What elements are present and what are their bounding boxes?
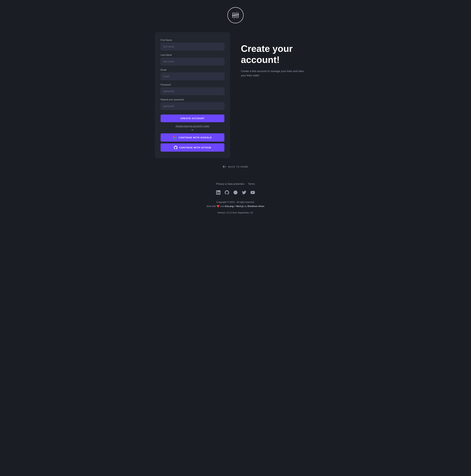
email-input[interactable] <box>161 73 224 80</box>
logo-icon <box>231 11 240 20</box>
last-name-label: Last Name <box>161 53 224 56</box>
footer-links: Privacy & Data protection Terms <box>216 183 255 185</box>
footer-version: Version: 0.2.0 from September, 23. <box>218 211 253 214</box>
copyright-text: Copyright © 2023 - All right reserved. <box>207 200 264 204</box>
youtube-icon[interactable] <box>251 190 255 195</box>
logo <box>227 7 244 23</box>
password-label: Password <box>161 83 224 86</box>
first-name-group: First Name <box>161 39 224 50</box>
last-name-group: Last Name <box>161 53 224 65</box>
linkedin-icon[interactable] <box>216 190 220 195</box>
email-group: Email <box>161 68 224 80</box>
github-button[interactable]: CONTINUE WITH GITHUB <box>161 143 224 152</box>
hero-subtitle: Create a free account to manage your lin… <box>241 69 309 78</box>
google-icon <box>173 136 177 139</box>
google-button-label: CONTINUE WITH GOOGLE <box>179 136 212 139</box>
footer: Privacy & Data protection Terms <box>140 183 331 221</box>
repeat-password-group: Repeat your password <box>161 98 224 110</box>
login-link[interactable]: Already have an account? Login! <box>175 125 209 127</box>
footer-copyright: Copyright © 2023 - All right reserved. B… <box>207 200 264 208</box>
or-divider: or <box>161 129 224 131</box>
password-input[interactable] <box>161 87 224 95</box>
twitter-icon[interactable] <box>242 190 246 195</box>
github-icon <box>174 146 177 149</box>
footer-terms-link[interactable]: Terms <box>248 183 255 185</box>
logo-circle <box>227 7 244 23</box>
password-group: Password <box>161 83 224 95</box>
right-content: Create your account! Create a free accou… <box>241 32 316 78</box>
built-with-text: Built with ❤️ and GoLang + Next.js by Ro… <box>207 204 264 208</box>
globe-icon[interactable] <box>233 190 238 195</box>
hero-title: Create your account! <box>241 43 316 66</box>
repeat-password-label: Repeat your password <box>161 98 224 101</box>
first-name-label: First Name <box>161 39 224 41</box>
last-name-input[interactable] <box>161 58 224 65</box>
email-label: Email <box>161 68 224 71</box>
form-card: First Name Last Name Email Password Repe… <box>155 32 230 158</box>
arrow-left-icon <box>223 165 226 168</box>
footer-privacy-link[interactable]: Privacy & Data protection <box>216 183 244 185</box>
first-name-input[interactable] <box>161 43 224 50</box>
create-account-button[interactable]: CREATE ACCOUNT <box>161 115 224 122</box>
main-content: First Name Last Name Email Password Repe… <box>155 32 316 158</box>
github-button-label: CONTINUE WITH GITHUB <box>179 146 211 149</box>
back-to-home-link[interactable]: BACK TO HOME <box>223 165 248 168</box>
login-text: Already have an account? Login! <box>161 125 224 127</box>
footer-social-icons <box>216 190 255 195</box>
google-button[interactable]: CONTINUE WITH GOOGLE <box>161 133 224 142</box>
github-footer-icon[interactable] <box>225 190 229 195</box>
repeat-password-input[interactable] <box>161 102 224 110</box>
back-to-home-label: BACK TO HOME <box>228 165 248 168</box>
